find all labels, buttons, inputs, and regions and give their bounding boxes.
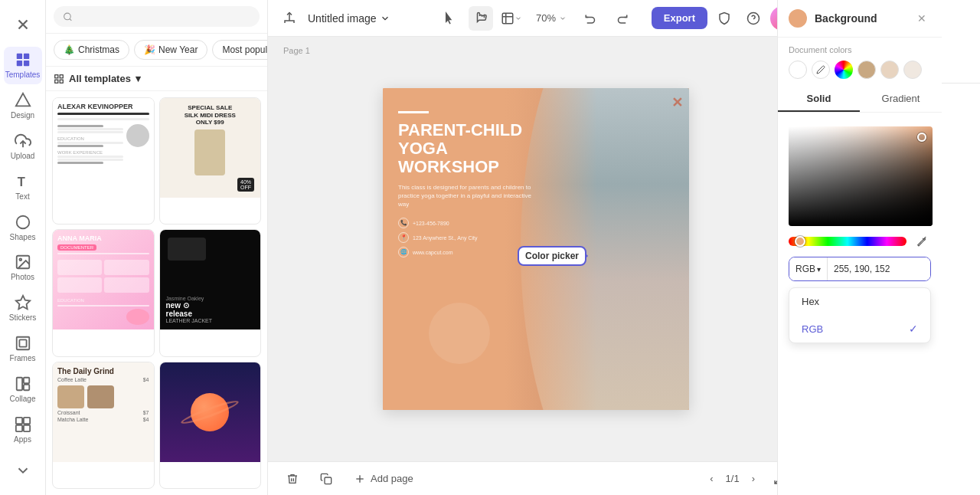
yoga-contacts: 📞 +123-456-7890 📍 123 Anywhere St., Any … — [398, 218, 536, 257]
sidebar-item-collage[interactable]: Collage — [4, 370, 42, 408]
hue-slider-thumb[interactable] — [795, 236, 805, 247]
redo-button[interactable] — [609, 6, 634, 31]
sidebar-item-photos[interactable]: Photos — [4, 249, 42, 287]
grid-icon — [54, 74, 64, 84]
svg-rect-17 — [23, 418, 29, 424]
eyedropper-button[interactable] — [913, 232, 931, 251]
color-gradient-canvas[interactable] — [789, 126, 933, 226]
copy-page-button[interactable] — [314, 470, 338, 488]
svg-rect-1 — [23, 54, 28, 59]
undo-button[interactable] — [579, 6, 603, 31]
template-card-dress[interactable]: SPECIAL SALESILK MIDI DRESSONLY $99 40%O… — [159, 97, 262, 225]
prev-page-button[interactable]: ‹ — [704, 470, 719, 487]
bg-panel-close-button[interactable]: ✕ — [913, 9, 931, 28]
tab-solid[interactable]: Solid — [778, 87, 860, 112]
page-label: Page 1 — [283, 46, 310, 55]
rgb-value-input[interactable] — [828, 257, 931, 280]
svg-rect-13 — [16, 378, 21, 391]
sidebar-item-stickers[interactable]: Stickers — [4, 290, 42, 327]
hue-row — [778, 232, 942, 257]
swatch-pencil[interactable] — [812, 61, 830, 79]
sidebar-item-design[interactable]: Design — [4, 87, 42, 125]
search-input-wrap[interactable] — [54, 6, 260, 27]
search-bar — [46, 0, 267, 34]
tag-newyear[interactable]: 🎉 New Year — [134, 40, 207, 60]
copy-icon — [320, 473, 332, 485]
dropdown-item-hex[interactable]: Hex — [789, 288, 930, 315]
yoga-title: PARENT-CHILDYOGAWORKSHOP — [398, 121, 536, 177]
sidebar-item-text[interactable]: T Text — [4, 168, 42, 205]
swatch-light1[interactable] — [880, 61, 899, 79]
swatch-rainbow[interactable] — [835, 61, 853, 79]
svg-rect-11 — [16, 337, 29, 350]
rgb-mode-label[interactable]: RGB ▾ — [789, 257, 828, 280]
search-icon — [63, 11, 73, 22]
sidebar-item-upload[interactable]: Upload — [4, 127, 42, 165]
template-card-music[interactable]: Jasmine Oakley new ⊙release LEATHER JACK… — [159, 229, 262, 356]
svg-point-9 — [19, 259, 21, 261]
svg-point-20 — [64, 13, 71, 20]
color-mode-dropdown: Hex RGB ✓ — [789, 287, 931, 343]
chevron-down-icon — [380, 13, 390, 24]
tab-gradient[interactable]: Gradient — [860, 87, 942, 112]
canvas-toolbar: Untitled image — [268, 0, 804, 37]
solid-gradient-tabs: Solid Gradient — [778, 87, 942, 113]
svg-rect-18 — [15, 425, 21, 431]
all-templates-bar[interactable]: All templates ▾ — [46, 67, 267, 91]
tags-bar: 🎄 Christmas 🎉 New Year Most popular — [46, 34, 267, 67]
hue-slider[interactable] — [789, 237, 906, 246]
svg-rect-24 — [55, 80, 58, 83]
swatch-light2[interactable] — [903, 61, 922, 79]
next-page-button[interactable]: › — [746, 470, 761, 487]
dropdown-item-rgb[interactable]: RGB ✓ — [789, 315, 930, 343]
svg-rect-12 — [19, 339, 26, 346]
svg-rect-3 — [23, 61, 28, 66]
svg-rect-15 — [23, 385, 28, 390]
bg-color-swatch[interactable] — [789, 9, 807, 28]
sidebar-logo — [4, 6, 42, 44]
zoom-control[interactable]: 70% — [530, 9, 573, 27]
svg-rect-25 — [60, 80, 63, 83]
template-card-pink[interactable]: ANNA MARIA DOCUMENTER EDUCATION — [52, 229, 155, 356]
save-cloud-button[interactable] — [277, 6, 302, 31]
yoga-logo: ✕ — [671, 94, 683, 111]
gradient-picker-dot[interactable] — [917, 133, 926, 142]
delete-page-button[interactable] — [280, 470, 305, 488]
resize-tool-button[interactable] — [499, 6, 524, 31]
svg-line-21 — [70, 18, 71, 20]
swatch-white[interactable] — [789, 61, 807, 79]
hand-tool-button[interactable] — [469, 6, 493, 31]
swatch-warm[interactable] — [858, 61, 876, 79]
doc-colors-section: Document colors — [778, 38, 942, 87]
sidebar-item-templates[interactable]: Templates — [4, 47, 42, 84]
cursor-tool-button[interactable] — [438, 6, 462, 31]
template-card-resume[interactable]: ALEXAR KEVINOPPER EDUCATION WORK EXPERIE… — [52, 97, 155, 225]
svg-rect-19 — [23, 425, 29, 431]
trash-icon — [286, 473, 299, 485]
tag-christmas[interactable]: 🎄 Christmas — [54, 40, 129, 60]
template-card-planet[interactable] — [159, 362, 262, 489]
canvas-title[interactable]: Untitled image — [308, 12, 390, 25]
svg-marker-4 — [15, 93, 29, 106]
yoga-description: This class is designed for parents and c… — [398, 183, 536, 209]
svg-rect-23 — [60, 74, 63, 77]
export-button[interactable]: Export — [652, 7, 707, 29]
svg-rect-2 — [16, 61, 21, 66]
help-button[interactable] — [741, 6, 766, 31]
sidebar-item-apps[interactable]: Apps — [4, 411, 42, 448]
svg-rect-0 — [16, 54, 21, 59]
sidebar-item-shapes[interactable]: Shapes — [4, 208, 42, 246]
svg-text:T: T — [17, 175, 24, 188]
svg-rect-14 — [23, 378, 28, 383]
shield-button[interactable] — [712, 6, 737, 31]
bg-panel-header: Background ✕ — [778, 0, 942, 38]
svg-rect-30 — [325, 477, 332, 484]
tag-mostpopular[interactable]: Most popular — [212, 40, 267, 60]
add-page-button[interactable]: Add page — [348, 470, 420, 488]
sidebar-item-frames[interactable]: Frames — [4, 330, 42, 368]
sidebar-collapse-btn[interactable] — [4, 451, 42, 489]
template-card-coffee[interactable]: The Daily Grind Coffee Latte$4 Croissant… — [52, 362, 155, 489]
check-mark: ✓ — [909, 323, 918, 335]
plus-icon — [354, 473, 366, 485]
search-input[interactable] — [77, 11, 250, 22]
